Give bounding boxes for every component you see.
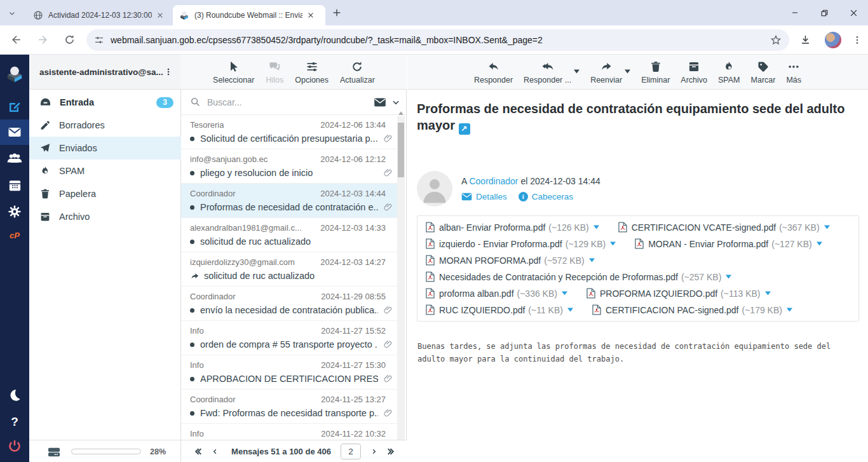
reply-all-button[interactable]: Responder ... — [524, 60, 571, 85]
mail-icon[interactable] — [0, 119, 29, 145]
paperclip-icon — [383, 133, 393, 144]
account-email: asistente-administrativo@sa... — [39, 67, 164, 77]
window-restore-button[interactable] — [810, 0, 839, 25]
attachment[interactable]: proforma alban.pdf(~336 KB) — [426, 288, 567, 299]
details-toggle[interactable]: Detalles — [461, 192, 507, 201]
folder-papelera[interactable]: Papelera — [29, 182, 181, 205]
refresh-button[interactable]: Actualizar — [340, 60, 375, 85]
message-row[interactable]: Coordinador2024-11-25 13:27 Fwd: Proform… — [181, 390, 397, 424]
settings-gear-icon[interactable] — [0, 199, 29, 224]
attachment[interactable]: CERTIFICACION VCATE-signed.pdf(~367 KB) — [618, 222, 830, 233]
message-row[interactable]: Coordinador2024-11-29 08:55 envío la nec… — [181, 287, 397, 321]
logout-power-icon[interactable] — [0, 433, 29, 459]
message-row[interactable]: Tesoreria2024-12-06 13:44 Solicitud de c… — [181, 115, 397, 149]
calendar-icon[interactable] — [0, 172, 29, 198]
compose-icon[interactable] — [0, 93, 29, 119]
tab-close-icon[interactable] — [157, 12, 163, 18]
folder-spam[interactable]: SPAM — [29, 160, 181, 182]
contacts-icon[interactable] — [0, 146, 29, 171]
message-row-selected[interactable]: Coordinador2024-12-03 14:44 Proformas de… — [181, 184, 397, 218]
attachment[interactable]: MORAN - Enviar Proforma.pdf(~127 KB) — [635, 238, 822, 249]
bookmark-star-icon[interactable] — [770, 34, 782, 46]
page-number-input[interactable] — [341, 444, 361, 459]
attachment-menu-icon[interactable] — [589, 258, 595, 262]
tab-close-icon[interactable] — [308, 12, 314, 18]
browser-tab-roundcube[interactable]: (3) Roundcube Webmail :: Envia — [173, 5, 325, 25]
url-bar[interactable] — [86, 29, 789, 51]
attachments-box: alban- Enviar Proforma.pdf(~126 KB) CERT… — [417, 215, 859, 322]
help-icon[interactable]: ? — [0, 409, 29, 435]
reply-button[interactable]: Responder — [474, 60, 513, 85]
message-row[interactable]: izquierdolizzy30@gmail.com2024-12-03 14:… — [181, 252, 397, 287]
last-page-icon[interactable] — [382, 447, 400, 456]
message-row[interactable]: Info2024-11-27 15:52 orden de compra # 5… — [181, 321, 397, 355]
message-row[interactable]: Info2024-11-27 15:30 APROBACION DE CERTI… — [181, 355, 397, 390]
attachment-menu-icon[interactable] — [817, 241, 822, 246]
options-button[interactable]: Opciones — [295, 60, 329, 85]
first-page-icon[interactable] — [189, 447, 207, 456]
prev-page-icon[interactable] — [207, 447, 222, 456]
browser-profile-avatar[interactable] — [825, 32, 841, 48]
attachment-menu-icon[interactable] — [726, 275, 731, 279]
scroll-up-icon[interactable] — [397, 110, 405, 116]
dark-mode-moon-icon[interactable] — [0, 383, 29, 408]
attachment-menu-icon[interactable] — [562, 291, 567, 296]
attachment[interactable]: RUC IZQUIERDO.pdf(~11 KB) — [426, 304, 573, 315]
threads-button[interactable]: Hilos — [266, 60, 283, 85]
browser-tab-activity[interactable]: Actividad 2024-12-03 12:30:00 — [27, 5, 170, 25]
select-button[interactable]: Seleccionar — [213, 60, 254, 85]
attachment-menu-icon[interactable] — [567, 308, 573, 312]
attachment[interactable]: MORAN PROFORMA.pdf(~572 KB) — [426, 255, 595, 266]
site-settings-icon[interactable] — [94, 35, 104, 45]
message-row[interactable]: info@sanjuan.gob.ec2024-12-06 12:12 plie… — [181, 149, 397, 184]
window-close-button[interactable] — [839, 0, 868, 25]
back-icon[interactable] — [5, 29, 27, 51]
download-icon[interactable] — [794, 29, 816, 51]
search-input[interactable] — [207, 97, 374, 107]
forward-dropdown-icon[interactable] — [625, 69, 630, 74]
forward-icon[interactable] — [32, 29, 53, 51]
pencil-icon — [39, 119, 51, 131]
folder-enviados[interactable]: Enviados — [29, 137, 181, 160]
attachment-menu-icon[interactable] — [765, 291, 771, 296]
recipient-link[interactable]: Coordinador — [469, 176, 518, 186]
folder-archivo[interactable]: Archivo — [29, 205, 181, 228]
scrollbar-thumb[interactable] — [398, 123, 404, 177]
delete-button[interactable]: Eliminar — [641, 60, 670, 85]
search-scope-envelope-icon[interactable] — [374, 97, 386, 107]
folder-entrada[interactable]: Entrada 3 — [29, 91, 181, 114]
browser-menu-icon[interactable] — [846, 29, 868, 51]
reply-all-dropdown-icon[interactable] — [574, 69, 580, 74]
account-menu-icon[interactable] — [164, 67, 173, 76]
attachment[interactable]: Necesidades de Contratación y Recepción … — [426, 271, 731, 282]
message-body: Buenas tardes, se adjunta las proformas … — [417, 340, 858, 365]
cpanel-icon[interactable]: cP — [0, 222, 29, 248]
window-minimize-button[interactable] — [780, 0, 810, 25]
list-scrollbar[interactable] — [397, 116, 405, 440]
headers-toggle[interactable]: i Cabeceras — [519, 192, 573, 201]
external-link-icon[interactable]: ↗ — [459, 123, 470, 135]
attachment[interactable]: izquierdo - Enviar Proforma.pdf(~129 KB) — [426, 238, 616, 249]
reload-icon[interactable] — [58, 29, 80, 51]
attachment-menu-icon[interactable] — [824, 225, 830, 229]
attachment[interactable]: PROFORMA IZQUIERDO.pdf(~113 KB) — [587, 288, 771, 299]
message-row[interactable]: Info2024-11-22 10:32 — [181, 424, 397, 440]
attachment-menu-icon[interactable] — [610, 241, 616, 246]
forward-button[interactable]: Reenviar — [590, 60, 622, 85]
attachment[interactable]: alban- Enviar Proforma.pdf(~126 KB) — [426, 222, 599, 233]
spam-button[interactable]: SPAM — [718, 60, 740, 85]
url-input[interactable] — [111, 35, 746, 45]
archive-button[interactable]: Archivo — [681, 60, 707, 85]
mark-tag-button[interactable]: Marcar — [751, 60, 776, 85]
tab-search-chevron-icon[interactable] — [5, 6, 19, 20]
folder-borradores[interactable]: Borradores — [29, 114, 181, 137]
more-button[interactable]: Más — [786, 60, 801, 85]
unread-dot — [190, 377, 194, 381]
search-options-chevron-icon[interactable] — [391, 98, 400, 107]
new-tab-button[interactable] — [332, 8, 342, 18]
message-row[interactable]: alexandralban1981@gmail.c...2024-12-03 1… — [181, 218, 397, 252]
next-page-icon[interactable] — [367, 447, 382, 456]
attachment-menu-icon[interactable] — [593, 225, 599, 229]
attachment[interactable]: CERTIFICACION PAC-signed.pdf(~179 KB) — [592, 304, 792, 315]
attachment-menu-icon[interactable] — [787, 308, 792, 312]
